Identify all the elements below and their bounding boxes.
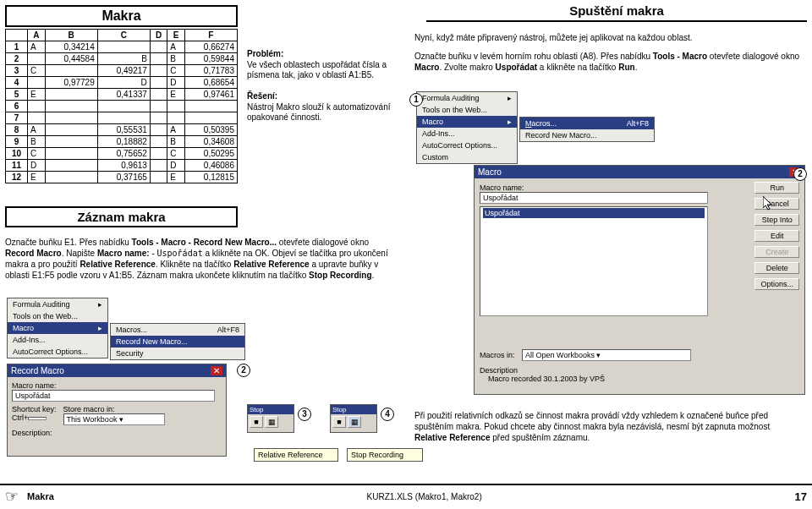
cell: 0,55531 <box>97 124 150 136</box>
submenu-item-macros[interactable]: Macros...Alt+F8 <box>111 324 244 336</box>
cell <box>97 112 150 124</box>
cell: 0,71783 <box>184 65 237 77</box>
stop-toolbar-2: Stop ■ ▦ <box>330 404 377 433</box>
footer-mid: KURZ1.XLS (Makro1, Makro2) <box>54 492 795 501</box>
cell <box>150 77 167 89</box>
submenu-item-record-new[interactable]: Record New Macro... <box>111 336 244 348</box>
callout-1: 1 <box>409 93 423 107</box>
menu-item-macro[interactable]: Macro▸ <box>417 116 517 128</box>
tooltip-stoprec: Stop Recording <box>347 448 423 462</box>
page-footer: ☞ Makra KURZ1.XLS (Makro1, Makro2) 17 <box>0 484 812 506</box>
rec-desc-label: Description: <box>12 429 222 437</box>
menu-item-tools-web[interactable]: Tools on the Web... <box>417 104 517 116</box>
cell: 0,97729 <box>45 77 97 89</box>
spusteni-line1: Nyní, když máte připravený nástroj, může… <box>414 32 804 43</box>
submenu-item-record-new[interactable]: Record New Macro... <box>520 129 654 141</box>
macro-submenu-2: Macros...Alt+F8 Record New Macro... Secu… <box>110 323 245 360</box>
cell: E <box>28 172 45 183</box>
callout-4: 4 <box>381 408 394 421</box>
edit-button[interactable]: Edit <box>754 230 799 242</box>
cell <box>45 172 97 183</box>
spreadsheet-table: A B C D E F 1A0,34214A0,6627420,44584BB0… <box>5 29 238 183</box>
shortcut-label: Shortcut key: <box>12 405 57 413</box>
col-head: C <box>97 30 150 41</box>
menu-item-custom[interactable]: Custom <box>417 151 517 163</box>
macro-desc-label: Description <box>480 366 605 375</box>
shortcut-input[interactable] <box>28 417 47 420</box>
macro-list[interactable]: Uspořádat <box>480 206 708 316</box>
options-button[interactable]: Options... <box>754 278 799 290</box>
cell: D <box>28 160 45 172</box>
spusteni-line2: Označte buňku v levém horním rohu oblast… <box>414 51 804 73</box>
stop-recording-button[interactable]: ■ <box>250 416 263 428</box>
col-head: A <box>28 30 45 41</box>
cell: 0,44584 <box>45 53 97 65</box>
cell <box>45 65 97 77</box>
rec-macro-name-input[interactable]: Uspořádat <box>12 390 215 402</box>
row-head: 12 <box>6 172 28 183</box>
stop-recording-button[interactable]: ■ <box>332 416 346 428</box>
cell <box>45 136 97 148</box>
menu-item-autocorrect[interactable]: AutoCorrect Options... <box>8 346 107 358</box>
zaznam-title: Záznam makra <box>5 206 238 227</box>
cell: 0,46086 <box>184 160 237 172</box>
col-head: D <box>150 30 167 41</box>
store-select[interactable]: This Workbook ▾ <box>63 413 165 425</box>
store-label: Store macro in: <box>63 405 165 413</box>
cell: 0,49217 <box>97 65 150 77</box>
macro-desc-value: Macro recorded 30.1.2003 by VPŠ <box>488 375 605 383</box>
row-head: 6 <box>6 101 28 112</box>
macros-in-select[interactable]: All Open Workbooks ▾ <box>522 349 691 361</box>
cell <box>167 112 184 124</box>
delete-button[interactable]: Delete <box>754 262 799 274</box>
relative-reference-button[interactable]: ▦ <box>348 416 361 428</box>
row-head: 8 <box>6 124 28 136</box>
record-instructions: Označte buňku E1. Přes nabídku Tools - M… <box>5 237 394 281</box>
macro-dialog: Macro✕ Macro name: Uspořádat Uspořádat R… <box>474 165 805 395</box>
cell <box>150 41 167 53</box>
menu-item-autocorrect[interactable]: AutoCorrect Options... <box>417 140 517 151</box>
menu-item-tools-web[interactable]: Tools on the Web... <box>8 310 107 322</box>
relative-reference-button[interactable]: ▦ <box>265 416 278 428</box>
tooltip-relref: Relative Reference <box>254 448 338 462</box>
menu-item-addins[interactable]: Add-Ins... <box>417 128 517 140</box>
macro-list-item[interactable]: Uspořádat <box>483 208 705 218</box>
stepinto-button[interactable]: Step Into <box>754 214 799 226</box>
close-icon[interactable]: ✕ <box>211 366 222 375</box>
menu-item-formula[interactable]: Formula Auditing▸ <box>417 92 517 104</box>
menu-item-formula[interactable]: Formula Auditing▸ <box>8 298 107 310</box>
problem-heading: Problém: <box>247 49 391 60</box>
cell <box>45 101 97 112</box>
menu-item-macro[interactable]: Macro▸ <box>8 322 107 334</box>
cancel-button[interactable]: Cancel <box>754 198 799 210</box>
row-head: 1 <box>6 41 28 53</box>
stop-toolbar-title: Stop <box>331 405 376 414</box>
footer-title: Makra <box>24 491 54 501</box>
row-head: 11 <box>6 160 28 172</box>
footer-page: 17 <box>795 490 812 503</box>
submenu-item-security[interactable]: Security <box>111 348 244 359</box>
menu-item-addins[interactable]: Add-Ins... <box>8 334 107 346</box>
cell: 0,41337 <box>97 89 150 101</box>
callout-2b: 2 <box>237 364 250 377</box>
cell: A <box>28 124 45 136</box>
run-button[interactable]: Run <box>754 182 799 194</box>
col-head: B <box>45 30 97 41</box>
cell <box>28 53 45 65</box>
cell <box>45 148 97 160</box>
cell <box>45 124 97 136</box>
callout-2: 2 <box>793 167 807 181</box>
cell <box>167 101 184 112</box>
cell: B <box>28 136 45 148</box>
cell <box>150 53 167 65</box>
cell: E <box>28 89 45 101</box>
spreadsheet-panel: Makra A B C D E F 1A0,34214A0,6627420,44… <box>5 5 238 183</box>
cell: E <box>167 89 184 101</box>
create-button[interactable]: Create <box>754 246 799 258</box>
cell: 0,75652 <box>97 148 150 160</box>
callout-3: 3 <box>298 408 311 421</box>
sheet-title: Makra <box>5 5 238 27</box>
submenu-item-macros[interactable]: MMacros...acros...Alt+F8 <box>520 118 654 129</box>
macro-name-input[interactable]: Uspořádat <box>480 192 708 204</box>
cell: 0,12815 <box>184 172 237 183</box>
